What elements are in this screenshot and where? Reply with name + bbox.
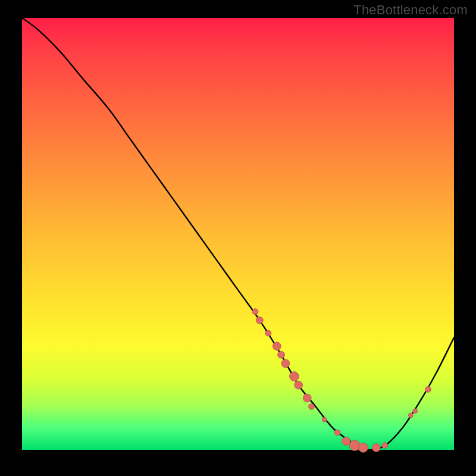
plot-area xyxy=(22,18,454,450)
data-marker xyxy=(289,372,299,381)
data-marker xyxy=(425,386,431,392)
data-marker xyxy=(256,317,263,324)
data-marker xyxy=(252,309,258,315)
data-marker xyxy=(408,413,413,418)
data-marker xyxy=(382,443,388,449)
markers-group xyxy=(252,309,431,453)
data-marker xyxy=(413,409,418,414)
data-marker xyxy=(342,437,350,446)
data-marker xyxy=(322,417,327,422)
data-marker xyxy=(359,443,368,452)
chart-frame: TheBottleneck.com xyxy=(0,0,476,476)
data-marker xyxy=(349,440,360,451)
data-marker xyxy=(278,351,285,358)
data-marker xyxy=(372,443,380,452)
data-marker xyxy=(295,381,303,389)
data-marker xyxy=(265,330,271,336)
data-marker xyxy=(303,394,311,402)
bottleneck-curve xyxy=(22,18,454,450)
data-marker xyxy=(308,403,314,409)
data-marker xyxy=(273,342,281,350)
data-marker xyxy=(281,359,290,368)
chart-svg xyxy=(22,18,454,450)
watermark-label: TheBottleneck.com xyxy=(353,2,468,18)
data-marker xyxy=(334,430,340,436)
